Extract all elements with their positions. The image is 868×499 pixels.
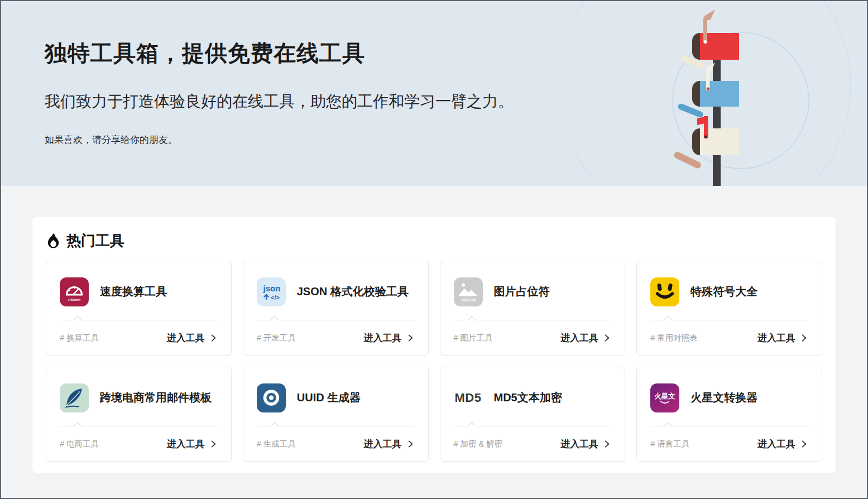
card-footer: # 电商工具 进入工具 <box>46 426 231 461</box>
flame-icon <box>46 233 61 248</box>
tool-card-title: MD5文本加密 <box>494 390 562 405</box>
hero-share-note: 如果喜欢，请分享给你的朋友。 <box>45 133 514 146</box>
chevron-right-icon <box>406 334 415 342</box>
card-head: 跨境电商常用邮件模板 <box>46 367 231 426</box>
card-head: UUID 生成器 <box>243 367 428 426</box>
card-divider <box>650 320 808 320</box>
card-divider <box>257 426 415 426</box>
hero-text-block: 独特工具箱，提供免费在线工具 我们致力于打造体验良好的在线工具，助您的工作和学习… <box>45 38 514 146</box>
md5-text-icon: MD5 <box>454 383 483 412</box>
card-footer: # 开发工具 进入工具 <box>243 320 428 355</box>
card-footer: # 生成工具 进入工具 <box>243 426 428 461</box>
hero-subtitle: 我们致力于打造体验良好的在线工具，助您的工作和学习一臂之力。 <box>45 91 514 112</box>
tool-card[interactable]: 特殊符号大全 # 常用对照表 进入工具 <box>636 261 822 356</box>
card-footer: # 常用对照表 进入工具 <box>637 320 822 355</box>
blue-mailbox <box>677 63 739 118</box>
tool-card-title: 跨境电商常用邮件模板 <box>100 390 212 405</box>
mailbox-pole <box>713 51 721 186</box>
chevron-right-icon <box>603 334 611 342</box>
tool-cards-grid: 140km/h 速度换算工具 # 换算工具 进入工具 json </> JSON… <box>46 261 822 462</box>
hot-tools-panel: 热门工具 140km/h 速度换算工具 # 换算工具 进入工具 <box>32 216 836 473</box>
tool-card[interactable]: 跨境电商常用邮件模板 # 电商工具 进入工具 <box>46 367 232 462</box>
card-divider <box>650 426 808 426</box>
tool-category-tag: # 常用对照表 <box>650 333 698 343</box>
smiley-icon <box>650 277 679 306</box>
chevron-right-icon <box>603 440 611 448</box>
quill-icon <box>60 383 89 412</box>
enter-tool-link[interactable]: 进入工具 <box>757 438 808 450</box>
tool-category-tag: # 换算工具 <box>60 333 99 343</box>
chevron-right-icon <box>209 440 218 448</box>
card-divider <box>60 320 218 320</box>
enter-tool-label: 进入工具 <box>757 332 795 344</box>
hot-tools-heading: 热门工具 <box>46 231 822 251</box>
tool-card-title: JSON 格式化校验工具 <box>297 284 409 299</box>
tool-card[interactable]: MD5 MD5文本加密 # 加密 & 解密 进入工具 <box>440 367 626 462</box>
card-head: 100×100 图片占位符 <box>440 261 625 320</box>
card-divider <box>454 426 612 426</box>
content-section: 热门工具 140km/h 速度换算工具 # 换算工具 进入工具 <box>1 186 867 473</box>
tool-category-tag: # 开发工具 <box>257 333 296 343</box>
tool-card[interactable]: UUID 生成器 # 生成工具 进入工具 <box>243 367 429 462</box>
tool-card-title: 特殊符号大全 <box>690 284 757 299</box>
tool-card-title: 火星文转换器 <box>690 390 757 405</box>
chevron-right-icon <box>406 440 415 448</box>
card-footer: # 换算工具 进入工具 <box>46 320 231 355</box>
enter-tool-link[interactable]: 进入工具 <box>167 332 218 344</box>
tool-category-tag: # 图片工具 <box>454 333 493 343</box>
hero-section: 独特工具箱，提供免费在线工具 我们致力于打造体验良好的在线工具，助您的工作和学习… <box>1 1 867 186</box>
mailboxes-illustration <box>573 1 864 186</box>
enter-tool-label: 进入工具 <box>167 438 205 450</box>
enter-tool-link[interactable]: 进入工具 <box>364 438 415 450</box>
chevron-right-icon <box>800 440 808 448</box>
tool-category-tag: # 生成工具 <box>257 439 296 449</box>
tool-category-tag: # 语言工具 <box>650 439 689 449</box>
speedometer-icon: 140km/h <box>60 277 89 306</box>
martian-text-icon: 火星文 <box>650 383 679 412</box>
enter-tool-link[interactable]: 进入工具 <box>364 332 415 344</box>
svg-text:</>: </> <box>271 294 280 300</box>
enter-tool-label: 进入工具 <box>167 332 205 344</box>
svg-text:json: json <box>262 284 280 293</box>
card-footer: # 语言工具 进入工具 <box>637 426 822 461</box>
tool-category-tag: # 电商工具 <box>60 439 99 449</box>
enter-tool-label: 进入工具 <box>364 438 402 450</box>
card-head: MD5 MD5文本加密 <box>440 367 625 426</box>
tool-card-title: UUID 生成器 <box>297 390 361 405</box>
enter-tool-label: 进入工具 <box>757 438 795 450</box>
enter-tool-link[interactable]: 进入工具 <box>757 332 808 344</box>
enter-tool-link[interactable]: 进入工具 <box>560 332 611 344</box>
card-head: 特殊符号大全 <box>637 261 822 320</box>
svg-text:火星文: 火星文 <box>655 392 676 400</box>
card-head: 火星文 火星文转换器 <box>637 367 822 426</box>
svg-text:140km/h: 140km/h <box>68 298 81 301</box>
section-title: 热门工具 <box>66 231 124 251</box>
tool-category-tag: # 加密 & 解密 <box>454 439 503 449</box>
chevron-right-icon <box>800 334 808 342</box>
card-divider <box>454 320 612 320</box>
tool-card[interactable]: 140km/h 速度换算工具 # 换算工具 进入工具 <box>46 261 232 356</box>
page: 独特工具箱，提供免费在线工具 我们致力于打造体验良好的在线工具，助您的工作和学习… <box>0 0 868 499</box>
target-icon <box>257 383 286 412</box>
card-divider <box>257 320 415 320</box>
tool-card[interactable]: 100×100 图片占位符 # 图片工具 进入工具 <box>440 261 626 356</box>
json-icon: json </> <box>257 277 286 306</box>
enter-tool-link[interactable]: 进入工具 <box>167 438 218 450</box>
hero-title: 独特工具箱，提供免费在线工具 <box>45 38 514 69</box>
red-mailbox <box>680 9 739 70</box>
svg-text:100×100: 100×100 <box>461 298 476 302</box>
cream-mailbox <box>673 116 739 170</box>
enter-tool-link[interactable]: 进入工具 <box>560 438 611 450</box>
image-placeholder-icon: 100×100 <box>454 277 483 306</box>
card-head: json </> JSON 格式化校验工具 <box>243 261 428 320</box>
card-footer: # 图片工具 进入工具 <box>440 320 625 355</box>
tool-card-title: 速度换算工具 <box>100 284 167 299</box>
chevron-right-icon <box>209 334 218 342</box>
enter-tool-label: 进入工具 <box>560 438 598 450</box>
tool-card-title: 图片占位符 <box>494 284 550 299</box>
enter-tool-label: 进入工具 <box>560 332 598 344</box>
card-footer: # 加密 & 解密 进入工具 <box>440 426 625 461</box>
tool-card[interactable]: 火星文 火星文转换器 # 语言工具 进入工具 <box>636 367 822 462</box>
enter-tool-label: 进入工具 <box>364 332 402 344</box>
tool-card[interactable]: json </> JSON 格式化校验工具 # 开发工具 进入工具 <box>243 261 429 356</box>
